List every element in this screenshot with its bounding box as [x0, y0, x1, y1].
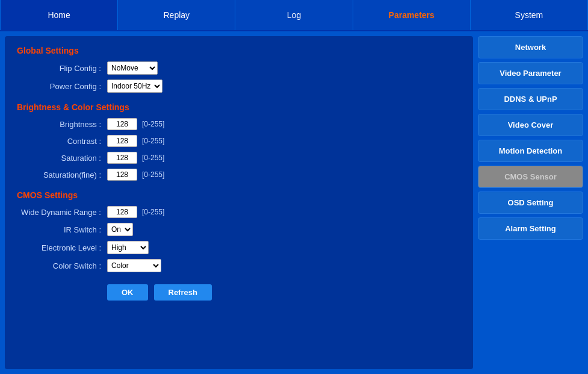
saturation-fine-label: Saturation(fine) : — [17, 170, 107, 179]
sidebar-btn-osd-setting[interactable]: OSD Setting — [478, 192, 583, 214]
global-settings-title: Global Settings — [17, 46, 461, 55]
brightness-label: Brightness : — [17, 120, 107, 129]
wdr-row: Wide Dynamic Range : [0-255] — [17, 206, 461, 218]
refresh-button[interactable]: Refresh — [154, 284, 212, 301]
right-sidebar: NetworkVideo ParameterDDNS & UPnPVideo C… — [478, 36, 583, 369]
contrast-label: Contrast : — [17, 137, 107, 146]
sidebar-btn-video-cover[interactable]: Video Cover — [478, 114, 583, 136]
brightness-range: [0-255] — [142, 120, 164, 128]
color-switch-select[interactable]: Color Black/White Auto — [107, 259, 161, 272]
color-switch-label: Color Switch : — [17, 261, 107, 270]
global-settings-section: Global Settings Flip Config : NoMove Fli… — [17, 46, 461, 93]
sidebar-btn-motion-detection[interactable]: Motion Detection — [478, 140, 583, 162]
nav-item-home[interactable]: Home — [0, 0, 118, 30]
brightness-settings-section: Brightness & Color Settings Brightness :… — [17, 102, 461, 181]
flip-config-label: Flip Config : — [17, 64, 107, 73]
color-switch-row: Color Switch : Color Black/White Auto — [17, 259, 461, 272]
ok-button[interactable]: OK — [107, 284, 148, 301]
contrast-row: Contrast : [0-255] — [17, 135, 461, 147]
ir-switch-row: IR Switch : On Off — [17, 223, 461, 236]
nav-item-replay[interactable]: Replay — [118, 0, 235, 30]
power-config-row: Power Config : Indoor 50Hz Indoor 60Hz O… — [17, 79, 461, 93]
sidebar-btn-cmos-sensor: CMOS Sensor — [478, 166, 583, 188]
saturation-range: [0-255] — [142, 154, 164, 162]
electronic-level-select[interactable]: High Medium Low — [107, 241, 149, 254]
wdr-input[interactable] — [107, 206, 137, 218]
action-buttons: OK Refresh — [17, 284, 461, 301]
saturation-label: Saturation : — [17, 154, 107, 163]
wdr-label: Wide Dynamic Range : — [17, 208, 107, 217]
brightness-row: Brightness : [0-255] — [17, 118, 461, 130]
main-content: Global Settings Flip Config : NoMove Fli… — [5, 36, 583, 369]
ir-switch-select[interactable]: On Off — [107, 223, 133, 236]
flip-config-select[interactable]: NoMove Flip Mirror Flip+Mirror — [107, 61, 158, 75]
left-panel: Global Settings Flip Config : NoMove Fli… — [5, 36, 473, 369]
sidebar-btn-alarm-setting[interactable]: Alarm Setting — [478, 217, 583, 240]
electronic-level-label: Electronic Level : — [17, 243, 107, 252]
contrast-range: [0-255] — [142, 137, 164, 145]
power-config-select[interactable]: Indoor 50Hz Indoor 60Hz Outdoor — [107, 79, 162, 93]
nav-item-log[interactable]: Log — [235, 0, 353, 30]
electronic-level-row: Electronic Level : High Medium Low — [17, 241, 461, 254]
cmos-settings-section: CMOS Settings Wide Dynamic Range : [0-25… — [17, 190, 461, 272]
brightness-input[interactable] — [107, 118, 137, 130]
sidebar-btn-video-parameter[interactable]: Video Parameter — [478, 62, 583, 84]
flip-config-row: Flip Config : NoMove Flip Mirror Flip+Mi… — [17, 61, 461, 75]
saturation-fine-row: Saturation(fine) : [0-255] — [17, 169, 461, 181]
brightness-settings-title: Brightness & Color Settings — [17, 102, 461, 112]
saturation-input[interactable] — [107, 152, 137, 164]
contrast-input[interactable] — [107, 135, 137, 147]
sidebar-btn-ddns-upnp[interactable]: DDNS & UPnP — [478, 88, 583, 110]
sidebar-btn-network[interactable]: Network — [478, 36, 583, 58]
power-config-label: Power Config : — [17, 82, 107, 91]
saturation-fine-input[interactable] — [107, 169, 137, 181]
saturation-fine-range: [0-255] — [142, 170, 164, 179]
wdr-range: [0-255] — [142, 208, 164, 216]
nav-bar: HomeReplayLogParametersSystem — [0, 0, 588, 31]
nav-item-system[interactable]: System — [471, 0, 588, 30]
cmos-settings-title: CMOS Settings — [17, 190, 461, 200]
nav-item-parameters[interactable]: Parameters — [353, 0, 471, 30]
ir-switch-label: IR Switch : — [17, 225, 107, 234]
saturation-row: Saturation : [0-255] — [17, 152, 461, 164]
